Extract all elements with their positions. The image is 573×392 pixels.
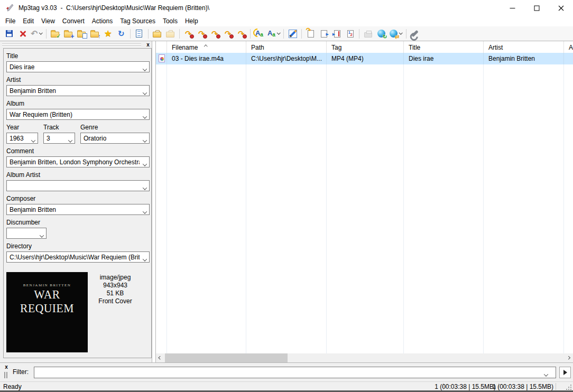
minimize-button[interactable] (500, 0, 524, 16)
filter-close-button[interactable]: x (3, 364, 10, 370)
toolbar-separator (250, 29, 251, 39)
undo-dropdown-icon[interactable] (39, 31, 42, 34)
filename-to-tag-button[interactable] (330, 27, 344, 40)
filter-grip-handle[interactable] (4, 372, 7, 378)
add-directory-icon (64, 32, 72, 38)
menu-view[interactable]: View (38, 16, 59, 26)
cover-info-line: image/jpeg (89, 274, 142, 282)
web-sources-dropdown-icon[interactable] (399, 31, 402, 34)
close-button[interactable] (549, 0, 573, 16)
refresh-button[interactable]: ↻ (115, 27, 128, 40)
panel-grip-handle[interactable] (2, 45, 141, 46)
remove-tag-button[interactable] (16, 27, 29, 40)
scrollbar-thumb[interactable] (165, 353, 288, 362)
window-title: Mp3tag v3.03 - C:\Users\hjr\Desktop\Musi… (19, 4, 209, 12)
favorite-directories-button[interactable]: ★ (101, 27, 115, 40)
recent-directories-button[interactable] (75, 27, 88, 40)
convert-tag-tag-icon: ↷ (238, 30, 245, 38)
scroll-right-button[interactable] (564, 353, 573, 362)
undo-button[interactable]: ↶ (29, 27, 44, 40)
panel-grip-handle[interactable] (2, 43, 141, 44)
autonumbering-wizard-button[interactable] (344, 27, 357, 40)
cover-info: image/jpeg943x94351 KBFront Cover (89, 274, 142, 305)
cell-artist: Benjamin Britten (484, 53, 564, 64)
recent-directories-icon (77, 32, 86, 38)
filter-dropdown-icon[interactable] (544, 371, 548, 378)
edit-tag-icon (289, 30, 297, 38)
web-sources-button[interactable] (388, 27, 404, 40)
discnumber-combo[interactable] (6, 228, 47, 239)
menu-convert[interactable]: Convert (59, 16, 88, 26)
quick-actions-button[interactable]: A (266, 27, 281, 40)
toolbar-separator (301, 29, 302, 39)
composer-combo[interactable]: Benjamin Britten (6, 204, 150, 215)
convert-textfile-tag-button[interactable]: ↷ (221, 27, 235, 40)
title-combo[interactable]: Dies irae (6, 61, 150, 72)
menu-help[interactable]: Help (181, 16, 202, 26)
chevron-down-icon (143, 66, 146, 72)
web-source-primary-button[interactable] (375, 27, 388, 40)
menu-tools[interactable]: Tools (159, 16, 181, 26)
table-row[interactable]: 03 - Dies irae.m4aC:\Users\hjr\Desktop\M… (156, 53, 573, 64)
track-combo[interactable]: 3 (43, 133, 75, 144)
convert-tag-filename-button[interactable]: ↷ (182, 27, 195, 40)
quick-actions-dropdown-icon[interactable] (277, 31, 280, 34)
genre-combo[interactable]: Oratorio (80, 133, 150, 144)
menu-file[interactable]: File (2, 16, 19, 26)
column-header-a[interactable]: A (564, 41, 573, 53)
cell-filename: 03 - Dies irae.m4a (167, 53, 246, 64)
column-header-icon[interactable] (156, 41, 167, 53)
cell-icon (156, 53, 167, 64)
column-header-title[interactable]: Title (404, 41, 484, 53)
filter-input[interactable] (34, 367, 556, 378)
filter-apply-button[interactable] (559, 367, 571, 378)
column-header-artist[interactable]: Artist (484, 41, 564, 53)
column-header-path[interactable]: Path (246, 41, 327, 53)
tag-to-filename-button[interactable] (317, 27, 330, 40)
options-button[interactable] (409, 27, 422, 40)
paste-tag-button (164, 27, 177, 40)
add-directory-button[interactable] (62, 27, 75, 40)
convert-filename-filename-button[interactable]: ↷ (208, 27, 221, 40)
toolbar-separator (406, 29, 406, 39)
column-header-tag[interactable]: Tag (327, 41, 404, 53)
directory-combo[interactable]: C:\Users\hjr\Desktop\Music\War Requiem (… (6, 251, 150, 263)
convert-tag-tag-button[interactable]: ↷ (235, 27, 248, 40)
artist-combo[interactable]: Benjamin Britten (6, 85, 150, 96)
mp3tag-logo-icon (5, 4, 14, 12)
year-combo[interactable]: 1963 (6, 133, 38, 144)
title-bar: Mp3tag v3.03 - C:\Users\hjr\Desktop\Musi… (0, 0, 573, 16)
toolbar-separator (130, 29, 131, 39)
toolbar-separator (148, 29, 149, 39)
extended-tags-button[interactable] (133, 27, 146, 40)
actions-button[interactable]: A (253, 27, 266, 40)
resize-grip[interactable] (566, 385, 571, 390)
toolbar-separator (46, 29, 47, 39)
edit-tag-button[interactable] (286, 27, 299, 40)
album-combo[interactable]: War Requiem (Britten) (6, 109, 150, 120)
cover-title-text: WAR REQUIEM (9, 288, 86, 315)
album-cover-art[interactable]: BENJAMIN BRITTEN WAR REQUIEM (6, 272, 88, 352)
menu-tag-sources[interactable]: Tag Sources (116, 16, 159, 26)
scroll-left-button[interactable] (156, 353, 165, 362)
menu-edit[interactable]: Edit (19, 16, 38, 26)
save-tag-button[interactable] (3, 27, 16, 40)
menu-actions[interactable]: Actions (88, 16, 116, 26)
maximize-icon (534, 5, 540, 11)
panel-close-button[interactable]: x (144, 41, 152, 48)
comment-combo[interactable]: Benjamin Britten, London Symphony Orches… (6, 156, 150, 167)
change-directory-icon (51, 32, 59, 38)
album-artist-combo[interactable] (6, 180, 150, 191)
horizontal-scrollbar (156, 353, 573, 362)
cell-title: Dies irae (404, 53, 484, 64)
auto-tag-button[interactable] (304, 27, 317, 40)
convert-tag-filename-icon: ↷ (185, 30, 192, 38)
convert-filename-tag-button[interactable]: ↷ (195, 27, 208, 40)
panel-splitter[interactable] (152, 41, 156, 362)
change-directory-button[interactable] (49, 27, 62, 40)
undo-icon: ↶ (31, 30, 38, 38)
parent-directory-button[interactable] (88, 27, 101, 40)
maximize-button[interactable] (524, 0, 549, 16)
export-button (362, 27, 375, 40)
copy-tag-button[interactable] (151, 27, 164, 40)
